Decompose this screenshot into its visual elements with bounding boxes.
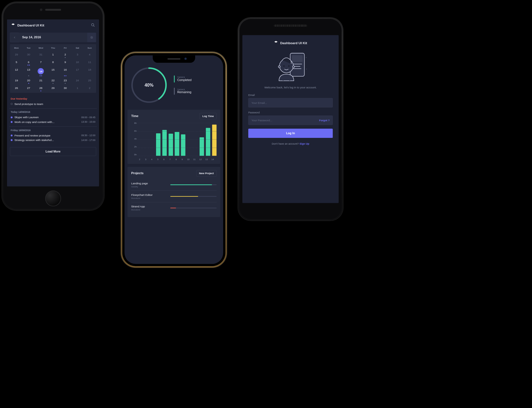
agenda-list: Due YesterdaySend prototype to teamToday… bbox=[9, 95, 97, 145]
x-tick: 13 bbox=[204, 158, 209, 161]
agenda-section-title: Due Yesterday bbox=[11, 97, 95, 100]
bullet-icon bbox=[11, 103, 13, 105]
project-row[interactable]: Flowychart EditorMondemi bbox=[131, 190, 217, 202]
selected-date[interactable]: Sep 14, 2016 bbox=[19, 33, 87, 42]
svg-line-1 bbox=[93, 26, 94, 27]
signup-link[interactable]: Sign Up bbox=[299, 142, 309, 145]
chart-bar bbox=[200, 137, 204, 156]
calendar-day[interactable]: 7 bbox=[35, 59, 47, 66]
calendar-day[interactable]: 30 bbox=[59, 84, 71, 92]
calendar-day[interactable]: 4 bbox=[84, 51, 96, 59]
email-label: Email bbox=[248, 94, 333, 97]
bullet-icon bbox=[11, 116, 13, 118]
calendar-day[interactable]: 20 bbox=[22, 77, 35, 85]
y-tick: 2h bbox=[131, 145, 137, 148]
calendar-day[interactable]: 3 bbox=[71, 51, 84, 59]
projects-card: Projects New Project Landing pageGiddify… bbox=[127, 167, 220, 217]
weekday-label: Fri bbox=[59, 45, 71, 51]
x-tick: 6 bbox=[162, 158, 166, 161]
calendar-day[interactable]: 25 bbox=[84, 77, 96, 85]
calendar-day[interactable]: 12 bbox=[10, 66, 22, 77]
calendar-day[interactable]: 5 bbox=[10, 59, 22, 66]
calendar-day[interactable]: 1 bbox=[47, 51, 59, 59]
login-button[interactable]: Log In bbox=[248, 129, 333, 138]
load-more-button[interactable]: Load More bbox=[10, 147, 96, 156]
phone-dashboard: 40% TASKSCompletedTASKSRemaining Time Lo… bbox=[121, 52, 227, 268]
x-tick: 3 bbox=[143, 158, 148, 161]
agenda-section: Friday 16/09/2016Present and review prot… bbox=[9, 126, 97, 144]
password-field[interactable]: Your Password... Forgot ? bbox=[248, 116, 333, 125]
agenda-item[interactable]: Skype with Laureen09:00 - 09:45 bbox=[11, 115, 95, 120]
calendar-settings-button[interactable] bbox=[87, 33, 96, 42]
x-tick: 8 bbox=[174, 158, 178, 161]
app-title: Dashboard UI Kit bbox=[17, 24, 44, 28]
calendar-day[interactable]: 13 bbox=[22, 66, 35, 77]
calendar-day[interactable]: 2 bbox=[84, 84, 96, 92]
phone-login: Dashboard UI Kit + + bbox=[238, 17, 343, 221]
calendar-day[interactable]: 29 bbox=[47, 84, 59, 92]
calendar-day[interactable]: 30 bbox=[22, 51, 35, 59]
legend-item: TASKSCompleted bbox=[174, 75, 218, 82]
y-tick: 6h bbox=[131, 130, 137, 132]
svg-text:+: + bbox=[306, 67, 307, 71]
calendar-day[interactable]: 28 bbox=[35, 84, 47, 92]
calendar-day[interactable]: 18 bbox=[84, 66, 96, 77]
calendar-day[interactable]: 22 bbox=[47, 77, 59, 85]
calendar-day[interactable]: 27 bbox=[22, 84, 35, 92]
tasks-summary: 40% TASKSCompletedTASKSRemaining bbox=[125, 55, 223, 110]
calendar-day[interactable]: 15 bbox=[47, 66, 59, 77]
project-row[interactable]: Strand AppMondemi bbox=[131, 202, 217, 214]
home-button[interactable] bbox=[45, 190, 61, 206]
calendar-day[interactable]: 10 bbox=[71, 59, 84, 66]
agenda-item[interactable]: Work on copy and content with...13:30 - … bbox=[11, 120, 95, 124]
time-card: Time Log Time 8h6h4h2h0h 234567891011121… bbox=[127, 110, 220, 164]
calendar-day[interactable]: 19 bbox=[10, 77, 22, 85]
calendar-day[interactable]: 8 bbox=[47, 59, 59, 66]
email-field[interactable]: Your Email... bbox=[248, 98, 333, 107]
calendar-day[interactable]: 16 bbox=[59, 66, 71, 77]
chart-bar bbox=[156, 133, 161, 156]
calendar-day[interactable]: 14 bbox=[35, 66, 47, 77]
front-camera bbox=[40, 8, 42, 11]
donut-percent-label: 40% bbox=[130, 66, 168, 105]
y-tick: 0h bbox=[131, 153, 137, 156]
calendar-day[interactable]: 31 bbox=[35, 51, 47, 59]
agenda-item[interactable]: Strategy session with stakehol...14:00 -… bbox=[11, 138, 95, 142]
login-illustration: + + bbox=[274, 50, 307, 82]
x-tick: 10 bbox=[186, 158, 190, 161]
calendar-day[interactable]: 17 bbox=[71, 66, 84, 77]
calendar-day[interactable]: 2 bbox=[59, 51, 71, 59]
calendar-day[interactable]: 11 bbox=[84, 59, 96, 66]
calendar-grid: MonTueWedThuFriSatSun 293031123456789101… bbox=[10, 44, 96, 93]
log-time-button[interactable]: Log Time bbox=[200, 113, 217, 119]
y-tick: 8h bbox=[131, 122, 137, 124]
search-icon[interactable] bbox=[91, 23, 95, 28]
new-project-button[interactable]: New Project bbox=[196, 170, 217, 176]
x-tick: 14 bbox=[210, 158, 215, 161]
agenda-item[interactable]: Send prototype to team bbox=[11, 102, 95, 106]
x-tick: 7 bbox=[168, 158, 172, 161]
agenda-section: Today 14/09/2016Skype with Laureen09:00 … bbox=[9, 108, 97, 126]
date-back-button[interactable] bbox=[10, 33, 19, 42]
project-row[interactable]: Landing pageGiddify bbox=[131, 179, 217, 190]
calendar-day[interactable]: 26 bbox=[10, 84, 22, 92]
calendar-day[interactable]: 9 bbox=[59, 59, 71, 66]
tasks-donut-chart: 40% bbox=[130, 66, 168, 105]
calendar-day[interactable]: 6 bbox=[22, 59, 35, 66]
projects-card-title: Projects bbox=[131, 171, 143, 175]
chart-bar bbox=[206, 128, 210, 156]
agenda-item[interactable]: Present and review prototype09:30 - 12:0… bbox=[11, 133, 95, 138]
calendar-day[interactable]: 24 bbox=[71, 77, 84, 85]
signup-line: Don't have an account? Sign Up bbox=[248, 142, 333, 145]
date-selector: Sep 14, 2016 bbox=[10, 33, 96, 42]
svg-point-16 bbox=[292, 66, 294, 68]
y-tick: 4h bbox=[131, 138, 137, 140]
calendar-day[interactable]: 23 bbox=[59, 77, 71, 85]
weekday-label: Tue bbox=[22, 45, 35, 51]
forgot-link[interactable]: Forgot ? bbox=[319, 119, 330, 122]
calendar-day[interactable]: 29 bbox=[10, 51, 22, 59]
bullet-icon bbox=[11, 121, 13, 123]
calendar-day[interactable]: 21 bbox=[35, 77, 47, 85]
x-tick: 11 bbox=[192, 158, 197, 161]
calendar-day[interactable]: 1 bbox=[71, 84, 84, 92]
